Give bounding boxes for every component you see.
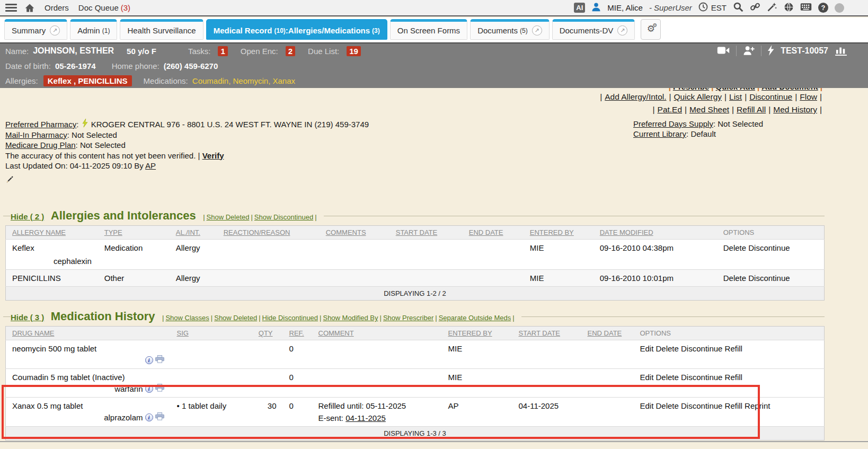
patient-name[interactable]: JOHNSON, ESTHER — [33, 46, 114, 56]
col-end-date[interactable]: END DATE — [463, 226, 524, 240]
link-icon[interactable] — [750, 2, 760, 14]
tab-health-surveillance[interactable]: Health Surveillance — [120, 19, 203, 40]
pat-ed-link[interactable]: Pat.Ed — [658, 105, 683, 114]
col-comment[interactable]: COMMENT — [312, 327, 442, 340]
hamburger-menu-icon[interactable] — [5, 2, 17, 13]
due-list-count-badge[interactable]: 19 — [347, 46, 361, 56]
drug-info-icon[interactable]: i — [145, 385, 153, 393]
med-sheet-link[interactable]: Med Sheet — [689, 105, 729, 114]
print-icon[interactable] — [155, 412, 164, 422]
col-start-date[interactable]: START DATE — [512, 327, 581, 340]
globe-icon[interactable] — [784, 2, 794, 14]
medications-hide-link[interactable]: Hide ( 3 ) — [11, 313, 44, 322]
drug-cell[interactable]: Xanax 0.5 mg tablet alprazolam i — [6, 398, 171, 427]
chart-stats-icon[interactable] — [835, 45, 848, 57]
open-enc-count-badge[interactable]: 2 — [286, 46, 295, 56]
col-allergy-name[interactable]: ALLERGY NAME — [6, 226, 98, 240]
med-history-link[interactable]: Med History — [773, 105, 817, 114]
hide-discontinued-link[interactable]: Hide Discontinued — [262, 314, 318, 322]
drug-info-icon[interactable]: i — [145, 356, 153, 364]
tab-summary[interactable]: Summary ↗ — [4, 19, 67, 40]
user-name[interactable]: MIE, Alice — [607, 3, 643, 12]
col-entered-by[interactable]: ENTERED BY — [524, 226, 594, 240]
col-reaction[interactable]: REACTION/REASON — [217, 226, 320, 240]
col-start-date[interactable]: START DATE — [389, 226, 463, 240]
medications-list[interactable]: Coumadin, Neomycin, Xanax — [192, 76, 295, 85]
help-icon[interactable]: ? — [818, 3, 828, 13]
tab-admin[interactable]: Admin(1) — [70, 19, 117, 40]
show-classes-link[interactable]: Show Classes — [165, 314, 209, 322]
home-icon[interactable] — [24, 3, 35, 13]
external-link-icon[interactable]: ↗ — [532, 25, 542, 36]
add-allergy-link[interactable]: Add Allergy/Intol. — [605, 92, 666, 101]
video-camera-icon[interactable] — [717, 46, 730, 56]
show-deleted-link[interactable]: Show Deleted — [207, 213, 250, 221]
medicare-plan-link[interactable]: Medicare Drug Plan — [5, 140, 76, 149]
col-sig[interactable]: SIG — [171, 327, 247, 340]
show-discontinued-link[interactable]: Show Discontinued — [254, 213, 313, 221]
drug-cell[interactable]: neomycin 500 mg tablet i — [6, 340, 171, 369]
med-options-cell[interactable]: Edit Delete Discontinue Refill — [634, 340, 825, 369]
drug-cell[interactable]: Coumadin 5 mg tablet (Inactive) warfarin… — [6, 369, 171, 398]
edit-pencil-icon[interactable] — [5, 175, 14, 186]
allergy-options-cell[interactable]: Delete Discontinue — [717, 240, 825, 270]
quick-add-link[interactable]: Quick Add — [715, 88, 755, 91]
doc-queue-menu-item[interactable]: Doc Queue(3) — [78, 3, 130, 12]
show-modified-by-link[interactable]: Show Modified By — [323, 314, 378, 322]
clock-icon[interactable] — [698, 2, 708, 13]
col-entered-by[interactable]: ENTERED BY — [442, 327, 512, 340]
ai-badge[interactable]: AI — [574, 3, 585, 13]
esent-date-link[interactable]: 04-11-2025 — [346, 413, 386, 422]
list-link[interactable]: List — [729, 92, 742, 101]
discontinue-link[interactable]: Discontinue — [749, 92, 792, 101]
tab-documents[interactable]: Documents(5) ↗ — [470, 19, 550, 40]
tab-on-screen-forms[interactable]: On Screen Forms — [390, 19, 467, 40]
mailin-pharmacy-link[interactable]: Mail-In Pharmacy — [5, 130, 67, 139]
current-library-link[interactable]: Current Library — [633, 129, 686, 138]
orders-menu-item[interactable]: Orders — [45, 3, 69, 12]
external-link-icon[interactable]: ↗ — [50, 25, 60, 36]
flow-link[interactable]: Flow — [800, 92, 817, 101]
col-end-date[interactable]: END DATE — [581, 327, 634, 340]
tab-documents-dv[interactable]: Documents-DV ↗ — [552, 19, 635, 40]
col-ref[interactable]: REF. — [283, 327, 312, 340]
prescribe-link[interactable]: Prescribe — [673, 88, 709, 91]
tasks-count-badge[interactable]: 1 — [218, 46, 227, 56]
preferred-days-supply-link[interactable]: Preferred Days Supply — [633, 119, 713, 128]
search-icon[interactable] — [733, 2, 743, 14]
med-options-cell[interactable]: Edit Delete Discontinue Refill — [634, 369, 825, 398]
lightning-bolt-icon[interactable] — [768, 45, 774, 57]
add-document-link[interactable]: Add Document — [761, 88, 818, 91]
external-link-icon[interactable]: ↗ — [617, 25, 627, 36]
allergy-options-cell[interactable]: Delete Discontinue — [717, 270, 825, 287]
add-person-icon[interactable] — [743, 46, 755, 57]
preferred-pharmacy-link[interactable]: Preferred Pharmacy — [5, 120, 76, 129]
print-icon[interactable] — [155, 355, 164, 365]
show-deleted-link[interactable]: Show Deleted — [214, 314, 257, 322]
allergy-alert-badge[interactable]: Keflex , PENICILLINS — [43, 75, 132, 86]
show-prescriber-link[interactable]: Show Prescriber — [383, 314, 433, 322]
tab-medical-record[interactable]: Medical Record(10):Allergies/Medications… — [206, 19, 387, 40]
col-drug-name[interactable]: DRUG NAME — [6, 327, 171, 340]
col-comments[interactable]: COMMENTS — [320, 226, 389, 240]
col-type[interactable]: TYPE — [98, 226, 170, 240]
keyboard-icon[interactable] — [800, 3, 812, 13]
wand-icon[interactable] — [767, 2, 777, 14]
col-al-int[interactable]: AL./INT. — [170, 226, 217, 240]
tab-settings-button[interactable]: ⚙ ⚙ — [641, 19, 661, 40]
drug-info-icon[interactable]: i — [145, 413, 153, 421]
quick-allergy-link[interactable]: Quick Allergy — [674, 92, 722, 101]
med-options-cell[interactable]: Edit Delete Discontinue Refill Reprint — [634, 398, 825, 427]
patient-age-sex: 50 y/o F — [127, 47, 156, 56]
allergy-name-cell[interactable]: Keflex cephalexin — [6, 240, 98, 270]
verify-link[interactable]: Verify — [202, 151, 224, 160]
last-updated-by-link[interactable]: AP — [145, 161, 156, 170]
allergy-name-cell[interactable]: PENICILLINS — [6, 270, 98, 287]
refill-all-link[interactable]: Refill All — [737, 105, 766, 114]
col-date-modified[interactable]: DATE MODIFIED — [594, 226, 717, 240]
status-circle-icon[interactable] — [835, 3, 844, 13]
col-qty[interactable]: QTY — [247, 327, 283, 340]
separate-outside-meds-link[interactable]: Separate Outside Meds — [439, 314, 511, 322]
allergies-hide-link[interactable]: Hide ( 2 ) — [11, 212, 44, 221]
print-icon[interactable] — [155, 384, 164, 393]
